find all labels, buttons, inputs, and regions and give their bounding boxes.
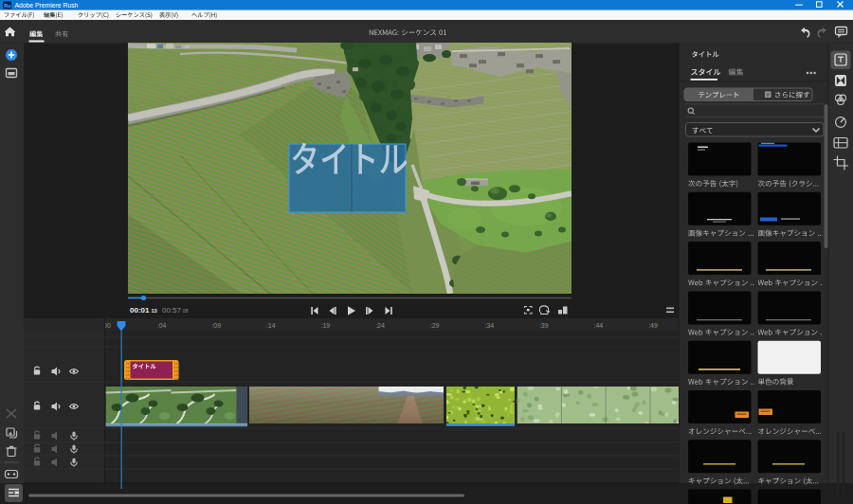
svg-text::49: :49 xyxy=(648,322,658,329)
svg-text::34: :34 xyxy=(484,322,494,329)
svg-text::19: :19 xyxy=(321,322,331,329)
svg-text:13: 13 xyxy=(152,308,157,314)
svg-text::04: :04 xyxy=(157,322,167,329)
svg-text::24: :24 xyxy=(375,322,385,329)
svg-text:Ru: Ru xyxy=(4,3,10,9)
svg-text:Adobe Premiere Rush: Adobe Premiere Rush xyxy=(15,2,79,9)
svg-text:00:57: 00:57 xyxy=(162,306,182,315)
svg-text:00:01: 00:01 xyxy=(130,306,150,315)
svg-text::29: :29 xyxy=(430,322,440,329)
svg-text::09: :09 xyxy=(211,322,221,329)
svg-text:08: 08 xyxy=(183,308,189,314)
svg-text::44: :44 xyxy=(594,322,604,329)
svg-text::39: :39 xyxy=(539,322,549,329)
svg-text::14: :14 xyxy=(266,322,276,329)
